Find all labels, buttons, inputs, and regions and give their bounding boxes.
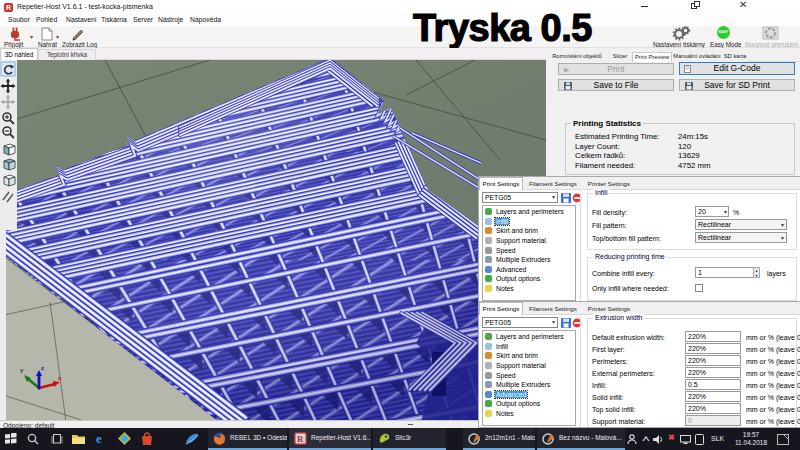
svg-text:R: R [297, 434, 304, 444]
svg-text:z: z [41, 365, 44, 371]
